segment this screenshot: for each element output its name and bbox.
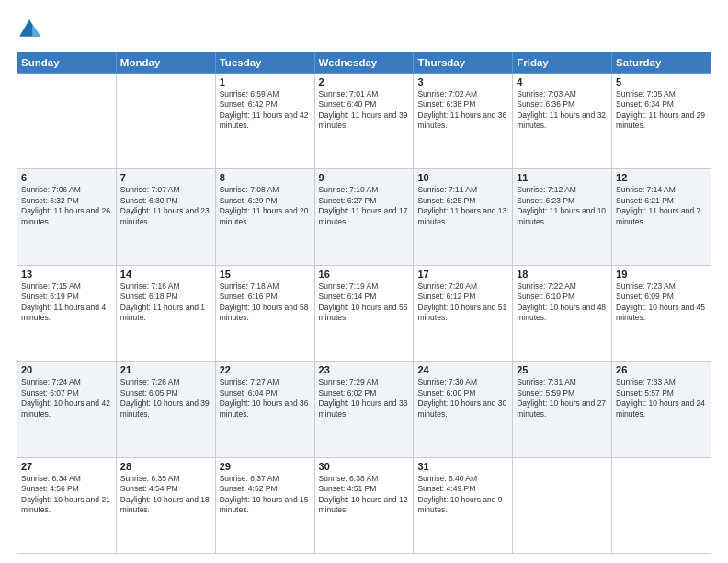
calendar-week-1: 1Sunrise: 6:59 AM Sunset: 6:42 PM Daylig… — [17, 74, 711, 169]
calendar-cell: 22Sunrise: 7:27 AM Sunset: 6:04 PM Dayli… — [215, 362, 314, 457]
calendar-cell: 16Sunrise: 7:19 AM Sunset: 6:14 PM Dayli… — [314, 265, 414, 361]
calendar-week-4: 20Sunrise: 7:24 AM Sunset: 6:07 PM Dayli… — [17, 362, 711, 457]
calendar-cell: 8Sunrise: 7:08 AM Sunset: 6:29 PM Daylig… — [215, 169, 314, 265]
calendar-cell: 17Sunrise: 7:20 AM Sunset: 6:12 PM Dayli… — [414, 265, 513, 361]
day-info: Sunrise: 7:11 AM Sunset: 6:25 PM Dayligh… — [417, 185, 508, 227]
day-number: 21 — [120, 364, 211, 375]
day-number: 24 — [417, 364, 508, 375]
day-info: Sunrise: 7:29 AM Sunset: 6:02 PM Dayligh… — [319, 377, 410, 419]
day-info: Sunrise: 6:37 AM Sunset: 4:52 PM Dayligh… — [220, 474, 311, 516]
day-number: 31 — [417, 461, 508, 472]
calendar-cell: 1Sunrise: 6:59 AM Sunset: 6:42 PM Daylig… — [215, 74, 314, 169]
day-number: 15 — [220, 269, 311, 280]
day-number: 23 — [319, 364, 410, 375]
calendar-cell: 13Sunrise: 7:15 AM Sunset: 6:19 PM Dayli… — [17, 265, 117, 361]
logo-icon — [17, 17, 42, 42]
calendar-cell — [513, 457, 612, 553]
day-number: 7 — [120, 172, 211, 183]
day-info: Sunrise: 7:05 AM Sunset: 6:34 PM Dayligh… — [616, 89, 707, 132]
day-number: 6 — [21, 172, 112, 183]
day-info: Sunrise: 7:31 AM Sunset: 5:59 PM Dayligh… — [517, 377, 608, 419]
day-info: Sunrise: 7:07 AM Sunset: 6:30 PM Dayligh… — [120, 185, 211, 227]
calendar-cell: 5Sunrise: 7:05 AM Sunset: 6:34 PM Daylig… — [612, 74, 711, 169]
calendar-header-friday: Friday — [513, 52, 612, 74]
day-info: Sunrise: 7:26 AM Sunset: 6:05 PM Dayligh… — [120, 377, 211, 419]
day-info: Sunrise: 7:33 AM Sunset: 5:57 PM Dayligh… — [616, 377, 707, 419]
calendar-cell: 9Sunrise: 7:10 AM Sunset: 6:27 PM Daylig… — [314, 169, 414, 265]
calendar-cell: 6Sunrise: 7:06 AM Sunset: 6:32 PM Daylig… — [17, 169, 117, 265]
calendar-cell: 12Sunrise: 7:14 AM Sunset: 6:21 PM Dayli… — [612, 169, 711, 265]
calendar-cell — [116, 74, 215, 169]
calendar-header-row: SundayMondayTuesdayWednesdayThursdayFrid… — [17, 52, 711, 74]
day-number: 10 — [417, 172, 508, 183]
day-info: Sunrise: 7:15 AM Sunset: 6:19 PM Dayligh… — [21, 282, 112, 324]
calendar-cell: 4Sunrise: 7:03 AM Sunset: 6:36 PM Daylig… — [513, 74, 612, 169]
day-number: 3 — [417, 76, 508, 87]
calendar-cell: 2Sunrise: 7:01 AM Sunset: 6:40 PM Daylig… — [314, 74, 414, 169]
calendar-cell: 10Sunrise: 7:11 AM Sunset: 6:25 PM Dayli… — [414, 169, 513, 265]
day-number: 12 — [616, 172, 707, 183]
calendar-cell: 24Sunrise: 7:30 AM Sunset: 6:00 PM Dayli… — [414, 362, 513, 457]
calendar-cell — [612, 457, 711, 553]
day-info: Sunrise: 6:35 AM Sunset: 4:54 PM Dayligh… — [120, 474, 211, 516]
calendar-body: 1Sunrise: 6:59 AM Sunset: 6:42 PM Daylig… — [17, 74, 711, 554]
calendar-header-monday: Monday — [116, 52, 215, 74]
day-number: 8 — [220, 172, 311, 183]
day-info: Sunrise: 7:03 AM Sunset: 6:36 PM Dayligh… — [517, 89, 608, 132]
day-number: 19 — [616, 269, 707, 280]
calendar-cell: 7Sunrise: 7:07 AM Sunset: 6:30 PM Daylig… — [116, 169, 215, 265]
day-number: 14 — [120, 269, 211, 280]
calendar-week-3: 13Sunrise: 7:15 AM Sunset: 6:19 PM Dayli… — [17, 265, 711, 361]
day-info: Sunrise: 6:38 AM Sunset: 4:51 PM Dayligh… — [319, 474, 410, 516]
header — [17, 17, 711, 42]
day-number: 17 — [417, 269, 508, 280]
day-info: Sunrise: 7:01 AM Sunset: 6:40 PM Dayligh… — [319, 89, 410, 132]
svg-marker-1 — [32, 24, 40, 37]
calendar-cell: 19Sunrise: 7:23 AM Sunset: 6:09 PM Dayli… — [612, 265, 711, 361]
calendar-week-2: 6Sunrise: 7:06 AM Sunset: 6:32 PM Daylig… — [17, 169, 711, 265]
logo — [17, 17, 46, 42]
calendar-cell: 3Sunrise: 7:02 AM Sunset: 6:38 PM Daylig… — [414, 74, 513, 169]
day-info: Sunrise: 6:40 AM Sunset: 4:49 PM Dayligh… — [417, 474, 508, 516]
calendar-cell: 29Sunrise: 6:37 AM Sunset: 4:52 PM Dayli… — [215, 457, 314, 553]
calendar-cell: 28Sunrise: 6:35 AM Sunset: 4:54 PM Dayli… — [116, 457, 215, 553]
day-info: Sunrise: 7:19 AM Sunset: 6:14 PM Dayligh… — [319, 282, 410, 324]
day-number: 25 — [517, 364, 608, 375]
day-number: 2 — [319, 76, 410, 87]
day-number: 30 — [319, 461, 410, 472]
day-info: Sunrise: 7:16 AM Sunset: 6:18 PM Dayligh… — [120, 282, 211, 324]
day-number: 4 — [517, 76, 608, 87]
day-info: Sunrise: 7:27 AM Sunset: 6:04 PM Dayligh… — [220, 377, 311, 419]
day-number: 27 — [21, 461, 112, 472]
calendar-cell: 14Sunrise: 7:16 AM Sunset: 6:18 PM Dayli… — [116, 265, 215, 361]
calendar-cell: 15Sunrise: 7:18 AM Sunset: 6:16 PM Dayli… — [215, 265, 314, 361]
day-number: 1 — [220, 76, 311, 87]
day-number: 29 — [220, 461, 311, 472]
day-number: 11 — [517, 172, 608, 183]
day-info: Sunrise: 6:59 AM Sunset: 6:42 PM Dayligh… — [220, 89, 311, 132]
day-info: Sunrise: 7:10 AM Sunset: 6:27 PM Dayligh… — [319, 185, 410, 227]
day-info: Sunrise: 7:02 AM Sunset: 6:38 PM Dayligh… — [417, 89, 508, 132]
day-info: Sunrise: 7:18 AM Sunset: 6:16 PM Dayligh… — [220, 282, 311, 324]
day-info: Sunrise: 7:22 AM Sunset: 6:10 PM Dayligh… — [517, 282, 608, 324]
day-info: Sunrise: 7:20 AM Sunset: 6:12 PM Dayligh… — [417, 282, 508, 324]
calendar-cell: 23Sunrise: 7:29 AM Sunset: 6:02 PM Dayli… — [314, 362, 414, 457]
calendar-cell: 30Sunrise: 6:38 AM Sunset: 4:51 PM Dayli… — [314, 457, 414, 553]
day-info: Sunrise: 7:08 AM Sunset: 6:29 PM Dayligh… — [220, 185, 311, 227]
calendar-cell: 21Sunrise: 7:26 AM Sunset: 6:05 PM Dayli… — [116, 362, 215, 457]
day-info: Sunrise: 7:30 AM Sunset: 6:00 PM Dayligh… — [417, 377, 508, 419]
day-info: Sunrise: 7:14 AM Sunset: 6:21 PM Dayligh… — [616, 185, 707, 227]
calendar-header-thursday: Thursday — [414, 52, 513, 74]
day-number: 26 — [616, 364, 707, 375]
calendar-cell: 27Sunrise: 6:34 AM Sunset: 4:56 PM Dayli… — [17, 457, 117, 553]
calendar-week-5: 27Sunrise: 6:34 AM Sunset: 4:56 PM Dayli… — [17, 457, 711, 553]
day-number: 20 — [21, 364, 112, 375]
calendar: SundayMondayTuesdayWednesdayThursdayFrid… — [17, 52, 711, 554]
day-info: Sunrise: 7:06 AM Sunset: 6:32 PM Dayligh… — [21, 185, 112, 227]
calendar-header-sunday: Sunday — [17, 52, 117, 74]
calendar-cell — [17, 74, 117, 169]
calendar-cell: 20Sunrise: 7:24 AM Sunset: 6:07 PM Dayli… — [17, 362, 117, 457]
day-number: 22 — [220, 364, 311, 375]
day-info: Sunrise: 7:23 AM Sunset: 6:09 PM Dayligh… — [616, 282, 707, 324]
day-number: 16 — [319, 269, 410, 280]
